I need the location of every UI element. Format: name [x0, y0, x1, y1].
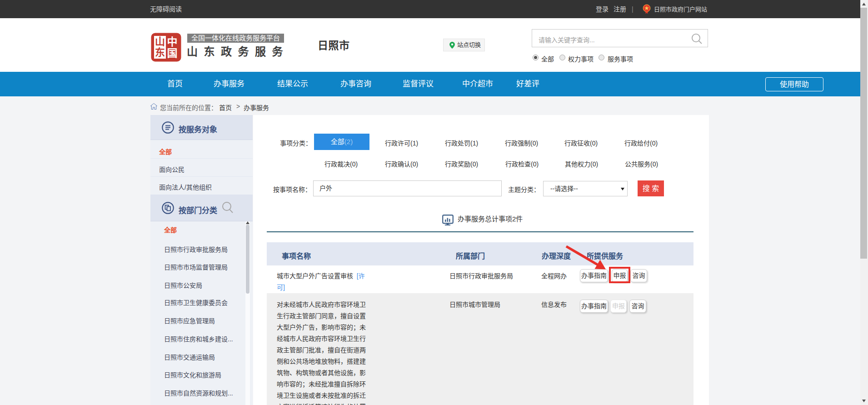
svg-text:国: 国	[167, 48, 178, 59]
svg-text:中: 中	[167, 36, 178, 48]
svg-text:山: 山	[155, 36, 165, 47]
svg-text:东: 东	[155, 47, 165, 58]
